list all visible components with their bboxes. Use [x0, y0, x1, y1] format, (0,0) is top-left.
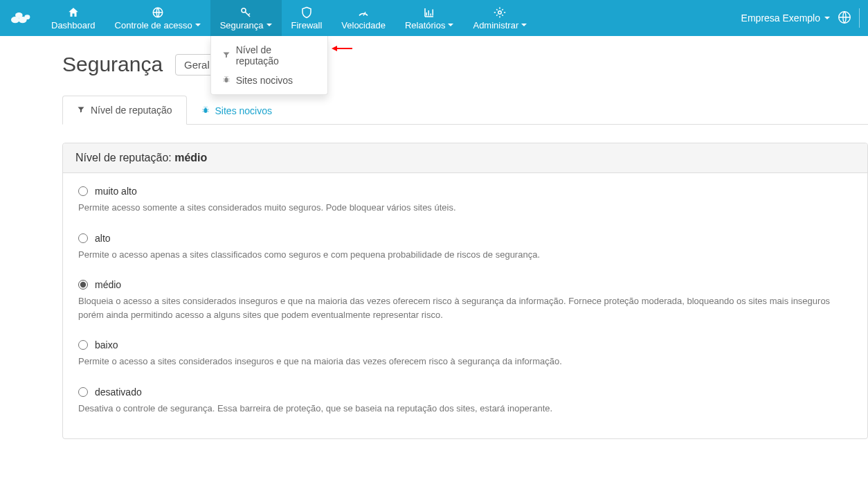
option-desc: Permite acesso somente a sites considera…	[78, 201, 852, 215]
panel-header-prefix: Nível de reputação:	[75, 152, 174, 163]
gear-icon	[494, 6, 506, 19]
caret-down-icon	[266, 24, 272, 26]
option-muito-alto: muito alto Permite acesso somente a site…	[78, 186, 852, 215]
caret-down-icon	[521, 24, 527, 26]
dropdown-item-label: Nível de reputação	[236, 44, 316, 66]
gauge-icon	[357, 6, 370, 19]
nav-label: Relatórios	[405, 20, 446, 30]
radio-medio[interactable]	[78, 280, 88, 290]
caret-down-icon	[195, 24, 201, 26]
page-content: Segurança Geral ▼ Nível de reputação Sit…	[0, 36, 868, 467]
option-desc: Permite o acesso apenas a sites classifi…	[78, 248, 852, 262]
nav-label: Firewall	[291, 20, 323, 30]
option-alto: alto Permite o acesso apenas a sites cla…	[78, 233, 852, 262]
panel-header: Nível de reputação: médio	[63, 143, 867, 173]
nav-relatorios[interactable]: Relatórios	[395, 0, 464, 36]
tabs: Nível de reputação Sites nocivos	[62, 96, 868, 125]
option-label[interactable]: médio	[95, 279, 121, 290]
svg-point-7	[498, 10, 502, 14]
radio-alto[interactable]	[78, 233, 88, 243]
shield-icon	[300, 6, 313, 19]
dropdown-item-sites-nocivos[interactable]: Sites nocivos	[211, 71, 327, 90]
panel-reputacao: Nível de reputação: médio muito alto Per…	[62, 143, 868, 439]
filter-icon	[77, 105, 85, 116]
nav-seguranca[interactable]: Segurança Nível de reputação Sites nociv…	[210, 0, 282, 36]
dropdown-seguranca: Nível de reputação Sites nocivos	[210, 36, 328, 95]
radio-desativado[interactable]	[78, 387, 88, 397]
svg-point-3	[24, 15, 30, 19]
option-label[interactable]: alto	[95, 233, 111, 244]
option-desc: Bloqueia o acesso a sites considerados i…	[78, 294, 852, 321]
nav-label: Velocidade	[341, 20, 386, 30]
tab-label: Nível de reputação	[91, 105, 172, 116]
svg-point-5	[242, 8, 246, 12]
home-icon	[67, 6, 80, 19]
radio-muito-alto[interactable]	[78, 186, 88, 196]
option-label[interactable]: baixo	[95, 339, 118, 350]
panel-header-value: médio	[174, 152, 207, 163]
option-baixo: baixo Permite o acesso a sites considera…	[78, 339, 852, 368]
filter-icon	[222, 50, 230, 61]
caret-down-icon	[824, 17, 830, 19]
globe-icon[interactable]	[837, 10, 852, 27]
brand-logo[interactable]	[0, 0, 42, 36]
nav-controle-acesso[interactable]: Controle de acesso	[105, 0, 210, 36]
globe-nav-icon	[152, 6, 164, 19]
separator	[859, 8, 860, 28]
nav-label: Dashboard	[51, 20, 96, 30]
dropdown-item-reputacao[interactable]: Nível de reputação	[211, 40, 327, 71]
radio-baixo[interactable]	[78, 340, 88, 350]
chart-bar-icon	[423, 6, 435, 19]
nav-administrar[interactable]: Administrar	[463, 0, 536, 36]
option-desc: Desativa o controle de segurança. Essa b…	[78, 402, 852, 416]
caret-down-icon	[448, 24, 453, 26]
option-medio: médio Bloqueia o acesso a sites consider…	[78, 279, 852, 321]
dropdown-item-label: Sites nocivos	[236, 75, 293, 86]
nav-label: Administrar	[473, 20, 518, 30]
option-label[interactable]: desativado	[95, 386, 142, 398]
tab-nivel-reputacao[interactable]: Nível de reputação	[62, 96, 187, 125]
tab-label: Sites nocivos	[215, 105, 272, 116]
tab-sites-nocivos[interactable]: Sites nocivos	[187, 96, 287, 125]
option-desc: Permite o acesso a sites considerados in…	[78, 355, 852, 368]
nav-firewall[interactable]: Firewall	[282, 0, 332, 36]
page-title: Segurança	[62, 53, 163, 76]
svg-point-6	[224, 78, 228, 82]
nav-right: Empresa Exemplo	[741, 0, 868, 36]
bug-icon	[222, 75, 230, 86]
option-desativado: desativado Desativa o controle de segura…	[78, 386, 852, 416]
nav-items: Dashboard Controle de acesso Segurança N…	[42, 0, 536, 36]
panel-body: muito alto Permite acesso somente a site…	[63, 173, 867, 438]
option-label[interactable]: muito alto	[95, 186, 137, 197]
page-header: Segurança Geral ▼	[62, 53, 868, 76]
nav-label: Controle de acesso	[115, 20, 192, 30]
nav-dashboard[interactable]: Dashboard	[42, 0, 105, 36]
nav-label: Segurança	[220, 20, 264, 30]
svg-point-2	[15, 12, 23, 18]
company-label: Empresa Exemplo	[741, 12, 820, 24]
nav-velocidade[interactable]: Velocidade	[332, 0, 395, 36]
bug-icon	[201, 105, 210, 116]
company-dropdown[interactable]: Empresa Exemplo	[741, 12, 830, 24]
svg-point-10	[204, 108, 207, 113]
key-icon	[239, 6, 252, 19]
top-nav: Dashboard Controle de acesso Segurança N…	[0, 0, 868, 36]
